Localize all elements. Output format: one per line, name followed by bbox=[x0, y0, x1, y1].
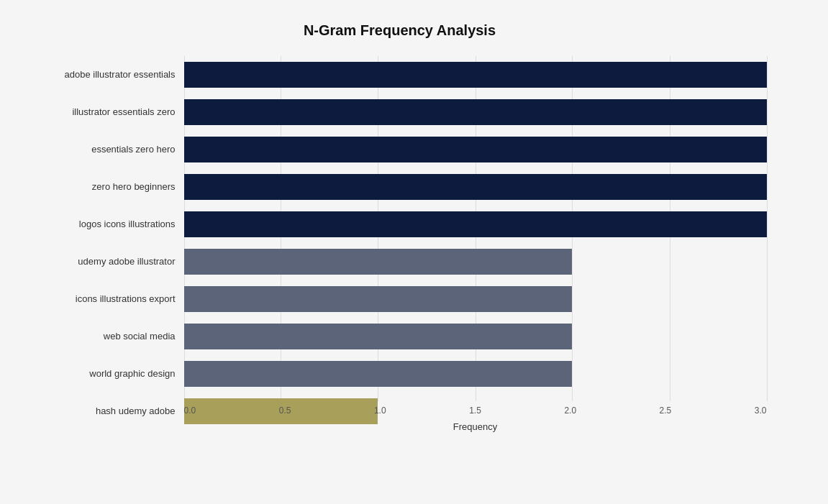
x-tick: 1.0 bbox=[374, 406, 386, 416]
bar-fill bbox=[184, 249, 573, 275]
bar-row: illustrator essentials zero bbox=[33, 93, 767, 131]
bar-row: essentials zero hero bbox=[33, 131, 767, 168]
bar-fill bbox=[184, 324, 573, 349]
bar-track bbox=[184, 361, 767, 387]
bar-row: zero hero beginners bbox=[33, 168, 767, 206]
bar-track bbox=[184, 324, 767, 349]
x-tick: 2.0 bbox=[564, 406, 576, 416]
bar-fill bbox=[184, 99, 767, 125]
bar-track bbox=[184, 137, 767, 162]
x-tick: 3.0 bbox=[755, 406, 767, 416]
bar-label: web social media bbox=[33, 331, 184, 342]
bar-track bbox=[184, 249, 767, 275]
bar-label: illustrator essentials zero bbox=[33, 106, 184, 117]
bar-track bbox=[184, 211, 767, 237]
bar-fill bbox=[184, 286, 573, 312]
bar-fill bbox=[184, 174, 767, 200]
chart-area: adobe illustrator essentialsillustrator … bbox=[33, 56, 767, 401]
grid-line bbox=[767, 56, 768, 401]
bar-label: zero hero beginners bbox=[33, 181, 184, 192]
bar-label: world graphic design bbox=[33, 368, 184, 379]
bar-fill bbox=[184, 137, 767, 162]
bar-label: icons illustrations export bbox=[33, 293, 184, 304]
chart-container: N-Gram Frequency Analysis adobe illustra… bbox=[19, 8, 810, 497]
x-ticks: 0.00.51.01.52.02.53.0 bbox=[184, 406, 767, 416]
x-tick: 0.5 bbox=[279, 406, 291, 416]
bar-track bbox=[184, 174, 767, 200]
bar-label: adobe illustrator essentials bbox=[33, 69, 184, 80]
bar-row: web social media bbox=[33, 318, 767, 355]
bar-row: adobe illustrator essentials bbox=[33, 56, 767, 93]
x-axis-container: 0.00.51.01.52.02.53.0 bbox=[33, 406, 767, 416]
bar-row: world graphic design bbox=[33, 355, 767, 393]
bar-row: udemy adobe illustrator bbox=[33, 243, 767, 280]
bar-fill bbox=[184, 361, 573, 387]
bars-container: adobe illustrator essentialsillustrator … bbox=[33, 56, 767, 430]
bar-fill bbox=[184, 62, 767, 88]
bar-track bbox=[184, 99, 767, 125]
bar-fill bbox=[184, 211, 767, 237]
bar-label: udemy adobe illustrator bbox=[33, 256, 184, 267]
bar-label: essentials zero hero bbox=[33, 144, 184, 155]
x-tick: 2.5 bbox=[660, 406, 672, 416]
bar-label: logos icons illustrations bbox=[33, 219, 184, 229]
bar-row: logos icons illustrations bbox=[33, 206, 767, 243]
bar-track bbox=[184, 286, 767, 312]
chart-title: N-Gram Frequency Analysis bbox=[33, 22, 767, 39]
bar-row: icons illustrations export bbox=[33, 280, 767, 318]
x-tick: 1.5 bbox=[469, 406, 481, 416]
x-tick: 0.0 bbox=[184, 406, 196, 416]
bar-track bbox=[184, 62, 767, 88]
